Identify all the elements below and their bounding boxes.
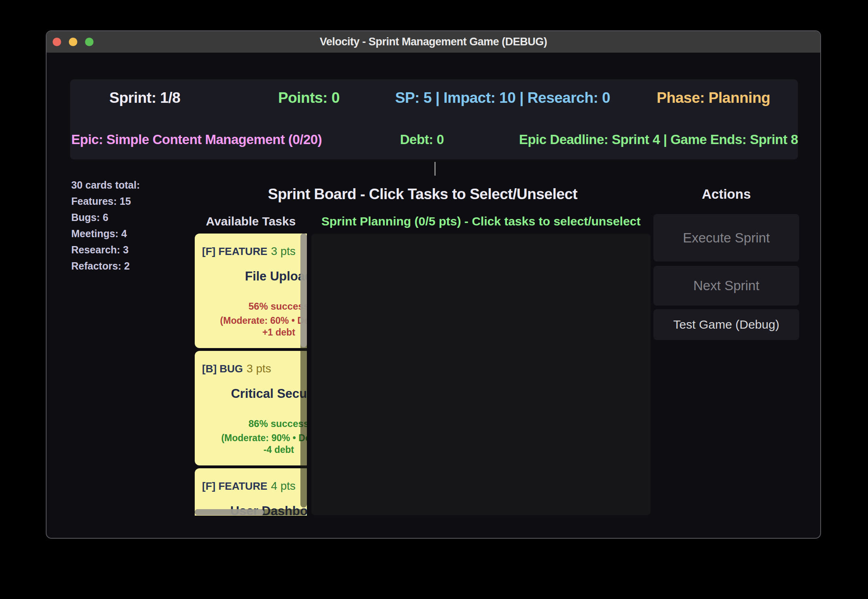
task-card-file-upload[interactable]: [F] FEATURE3 pts File Upload 56% success… <box>195 234 307 348</box>
card-risk-detail: (Moderate: 90% • Debt: -4) <box>195 433 307 444</box>
deck-meetings-count: Meetings: 4 <box>71 225 140 242</box>
card-title: File Upload <box>195 269 307 284</box>
card-points: 3 pts <box>271 245 296 257</box>
app-window: Velocity - Sprint Management Game (DEBUG… <box>46 30 821 539</box>
available-tasks-column: [F] FEATURE3 pts File Upload 56% success… <box>195 234 307 516</box>
card-success-rate: 86% success <box>195 418 307 429</box>
available-tasks-header: Available Tasks <box>195 214 307 229</box>
deck-features-count: Features: 15 <box>71 193 140 209</box>
card-header: [B] BUG3 pts <box>202 362 271 375</box>
sprint-planning-header: Sprint Planning (0/5 pts) - Click tasks … <box>311 214 651 229</box>
vertical-scrollbar-thumb[interactable] <box>300 234 307 347</box>
card-type-tag: [B] BUG <box>202 363 243 375</box>
resources-counter: SP: 5 | Impact: 10 | Research: 0 <box>395 89 610 106</box>
phase-label: Phase: Planning <box>657 89 770 106</box>
card-title: Critical Security <box>195 387 307 401</box>
execute-sprint-button[interactable]: Execute Sprint <box>653 214 799 261</box>
horizontal-scrollbar-thumb[interactable] <box>195 509 264 515</box>
card-risk-detail: (Moderate: 60% • Debt: +1) <box>195 315 307 326</box>
cursor-tick <box>434 162 436 176</box>
task-card-critical-security[interactable]: [B] BUG3 pts Critical Security 86% succe… <box>195 351 307 465</box>
card-type-tag: [F] FEATURE <box>202 480 267 492</box>
close-window-icon[interactable] <box>53 38 61 46</box>
card-type-tag: [F] FEATURE <box>202 245 267 257</box>
task-card-user-dashboard[interactable]: [F] FEATURE4 pts User Dashboard <box>195 468 307 516</box>
actions-header: Actions <box>653 186 799 202</box>
epic-progress: Epic: Simple Content Management (0/20) <box>71 132 322 147</box>
title-bar[interactable]: Velocity - Sprint Management Game (DEBUG… <box>47 31 820 53</box>
sprint-planning-dropzone[interactable] <box>311 234 651 515</box>
deck-research-count: Research: 3 <box>71 242 140 258</box>
window-title: Velocity - Sprint Management Game (DEBUG… <box>320 36 547 48</box>
card-points: 3 pts <box>247 362 271 375</box>
card-header: [F] FEATURE4 pts <box>202 480 296 493</box>
deck-total-label: 30 cards total: <box>71 177 140 193</box>
deadline-label: Epic Deadline: Sprint 4 | Game Ends: Spr… <box>519 132 798 147</box>
card-debt-effect: +1 debt <box>195 327 307 338</box>
minimize-window-icon[interactable] <box>69 38 77 46</box>
card-success-rate: 56% success <box>195 301 307 312</box>
card-points: 4 pts <box>271 480 296 492</box>
board-title: Sprint Board - Click Tasks to Select/Uns… <box>195 186 651 202</box>
points-counter: Points: 0 <box>278 89 340 106</box>
deck-bugs-count: Bugs: 6 <box>71 209 140 225</box>
test-game-debug-button[interactable]: Test Game (Debug) <box>653 309 799 340</box>
debt-counter: Debt: 0 <box>400 132 444 147</box>
next-sprint-button[interactable]: Next Sprint <box>653 266 799 306</box>
card-header: [F] FEATURE3 pts <box>202 245 296 258</box>
sprint-counter: Sprint: 1/8 <box>109 89 180 106</box>
stats-panel: Sprint: 1/8 Points: 0 SP: 5 | Impact: 10… <box>70 79 798 159</box>
card-debt-effect: -4 debt <box>195 444 307 455</box>
deck-summary: 30 cards total: Features: 15 Bugs: 6 Mee… <box>71 177 140 274</box>
maximize-window-icon[interactable] <box>85 38 94 46</box>
deck-refactors-count: Refactors: 2 <box>71 258 140 274</box>
